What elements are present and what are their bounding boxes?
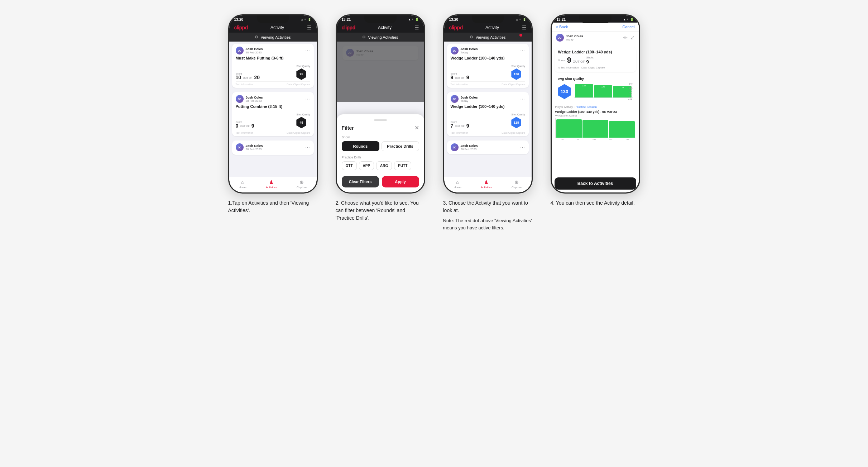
test-info-4: ⊙ Test Information Data: Clippd Capture: [558, 66, 633, 69]
notch-4: [579, 15, 612, 23]
viewing-bar-2[interactable]: ⚙ Viewing Activities: [337, 33, 424, 42]
detail-user-name: Josh Coles: [566, 34, 583, 38]
screen-content-1: JC Josh Coles 28 Feb 2023 ··· Must Make …: [229, 42, 317, 177]
activities-icon-1: ♟: [269, 179, 274, 185]
footer-left-3b: Test Information: [451, 132, 469, 134]
more-options-3[interactable]: ···: [305, 145, 310, 150]
footer-right-3b: Data: Clippd Capture: [502, 132, 525, 134]
nav-activities-1[interactable]: ♟ Activities: [266, 179, 277, 189]
user-name-3: Josh Coles: [246, 144, 263, 148]
user-name-2: Josh Coles: [246, 96, 263, 99]
viewing-bar-1[interactable]: ⚙ Viewing Activities: [229, 33, 317, 42]
activity-card-1[interactable]: JC Josh Coles 28 Feb 2023 ··· Must Make …: [232, 44, 314, 88]
quality-label-2: Shot Quality: [296, 113, 310, 116]
quality-label-3b: Shot Quality: [511, 113, 525, 116]
app-title-1: Activity: [270, 25, 284, 30]
activity-card-3a[interactable]: JC Josh Coles Today ··· Wedge Ladder (10…: [447, 44, 529, 88]
user-date-3b: Today: [461, 99, 478, 103]
app-logo-1: clippd: [234, 25, 248, 30]
putt-btn[interactable]: PUTT: [394, 161, 411, 170]
app-header-2: clippd Activity ☰: [337, 23, 424, 33]
status-icons-3: ▲ ᯤ 🔋: [515, 18, 526, 21]
arg-btn[interactable]: ARG: [376, 161, 392, 170]
filter-close-icon[interactable]: ✕: [414, 124, 419, 131]
screen-content-3: JC Josh Coles Today ··· Wedge Ladder (10…: [444, 42, 532, 177]
hamburger-icon-2[interactable]: ☰: [414, 25, 419, 30]
user-name-3b: Josh Coles: [461, 96, 478, 99]
detail-content: Wedge Ladder (100–140 yds) Score 9 OUT O…: [552, 44, 639, 177]
more-options-1[interactable]: ···: [305, 48, 310, 53]
activity-card-3b[interactable]: JC Josh Coles Today ··· Wedge Ladder (10…: [447, 92, 529, 136]
shots-val-3b: 9: [466, 123, 469, 128]
viewing-bar-label-3: Viewing Activities: [475, 35, 505, 39]
hamburger-icon-3[interactable]: ☰: [522, 25, 527, 30]
notch-1: [257, 15, 289, 23]
nav-activities-label-3: Activities: [481, 186, 492, 189]
avg-shot-quality-card: Avg Shot Quality 130 132 12: [555, 74, 636, 103]
nav-capture-3[interactable]: ⊕ Capture: [512, 179, 522, 189]
dim-overlay: [337, 42, 424, 102]
viewing-bar-label-1: Viewing Activities: [260, 35, 291, 39]
out-of-2: OUT OF: [240, 125, 249, 128]
red-dot-3: [519, 34, 522, 37]
footer-right-1: Data: Clippd Capture: [287, 83, 310, 86]
avg-shot-quality-label: Avg Shot Quality: [558, 77, 633, 81]
rounds-filter-btn[interactable]: Rounds: [342, 141, 379, 151]
clear-filters-btn[interactable]: Clear Filters: [342, 176, 379, 187]
filter-actions: Clear Filters Apply: [342, 176, 419, 187]
footer-right-3a: Data: Clippd Capture: [502, 83, 525, 86]
drill-btn-row: OTT APP ARG PUTT: [342, 161, 419, 170]
ott-btn[interactable]: OTT: [342, 161, 357, 170]
bottom-nav-3: ⌂ Home ♟ Activities ⊕ Capture: [444, 177, 532, 192]
expand-icon[interactable]: ⤢: [630, 35, 635, 40]
user-name-1: Josh Coles: [246, 47, 263, 51]
edit-icon[interactable]: ✏: [623, 35, 628, 40]
back-btn[interactable]: < Back: [556, 25, 568, 29]
avatar-2: JC: [236, 95, 244, 103]
app-btn[interactable]: APP: [359, 161, 374, 170]
detail-out-of: OUT OF: [573, 60, 585, 63]
footer-left-2: Test Information: [236, 132, 254, 134]
footer-left-1: Test Information: [236, 83, 254, 86]
user-name-3a: Josh Coles: [461, 47, 478, 51]
status-icons-2: ▲ ᯤ 🔋: [408, 18, 419, 21]
score-val-3a: 9: [451, 75, 454, 80]
user-date-2: 28 Feb 2023: [246, 99, 263, 103]
cancel-btn[interactable]: Cancel: [622, 25, 634, 29]
quality-badge-1: 75: [296, 68, 306, 80]
avg-shot-quality-chart-label: ••• Avg Shot Quality: [555, 114, 636, 117]
phone-frame-1: 13:20 ▲ ᯤ 🔋 clippd Activity ☰ ⚙ Viewing …: [228, 14, 318, 194]
nav-capture-1[interactable]: ⊕ Capture: [297, 179, 307, 189]
nav-home-3[interactable]: ⌂ Home: [454, 179, 461, 189]
quality-badge-3b: 118: [511, 117, 521, 128]
drill-title: Wedge Ladder (100–140 yds): [558, 50, 633, 54]
detail-avatar: JC: [556, 34, 564, 42]
apply-btn[interactable]: Apply: [382, 176, 419, 187]
status-time-4: 13:21: [557, 18, 566, 22]
more-options-3a[interactable]: ···: [520, 48, 525, 53]
avatar-3: JC: [236, 143, 244, 151]
quality-label-3a: Shot Quality: [511, 65, 525, 67]
activity-card-3[interactable]: JC Josh Coles 28 Feb 2023 ···: [232, 140, 314, 155]
more-options-2[interactable]: ···: [305, 96, 310, 101]
out-of-1: OUT OF: [243, 77, 252, 79]
activity-card-3c[interactable]: JC Josh Coles 28 Feb 2023 ···: [447, 140, 529, 154]
footer-left-3a: Test Information: [451, 83, 469, 86]
back-to-activities-btn[interactable]: Back to Activities: [555, 177, 636, 190]
user-date-3: 28 Feb 2023: [246, 148, 263, 151]
detail-header: < Back Cancel: [552, 23, 639, 32]
practice-drills-filter-btn[interactable]: Practice Drills: [382, 141, 419, 151]
more-options-3b[interactable]: ···: [520, 96, 525, 101]
phone-frame-3: 13:20 ▲ ᯤ 🔋 clippd Activity ☰ ⚙ Viewing …: [443, 14, 533, 194]
detail-score-label: Score: [558, 59, 566, 62]
footer-right-2: Data: Clippd Capture: [287, 132, 310, 134]
viewing-bar-3[interactable]: ⚙ Viewing Activities: [444, 33, 532, 42]
activity-card-2[interactable]: JC Josh Coles 28 Feb 2023 ··· Putting Co…: [232, 92, 314, 136]
hamburger-icon-1[interactable]: ☰: [307, 25, 312, 30]
nav-home-1[interactable]: ⌂ Home: [239, 179, 246, 189]
nav-activities-3[interactable]: ♟ Activities: [481, 179, 492, 189]
score-val-1: 10: [236, 75, 241, 80]
detail-user-bar: JC Josh Coles Today ✏ ⤢: [552, 32, 639, 44]
more-options-3c[interactable]: ···: [520, 145, 525, 150]
home-icon-1: ⌂: [241, 179, 244, 185]
